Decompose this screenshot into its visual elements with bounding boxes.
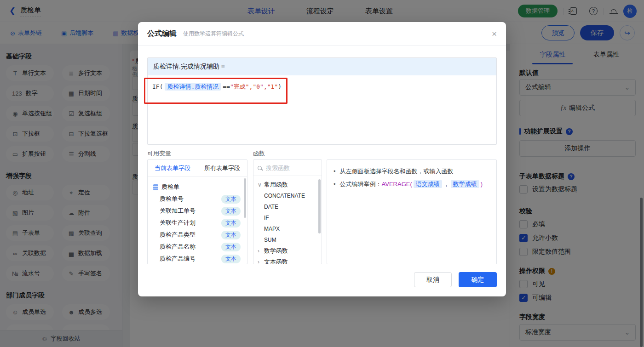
variables-root-label: 质检单 <box>161 183 179 191</box>
formula-operator: == <box>223 83 230 90</box>
modal-header: 公式编辑 使用数学运算符编辑公式 × <box>138 22 506 46</box>
functions-scrollbar[interactable] <box>318 179 321 233</box>
chevron-right-icon: › <box>258 248 262 254</box>
bullet-icon: • <box>334 167 336 176</box>
variable-type-badge: 文本 <box>221 207 241 216</box>
variables-root-node[interactable]: 质检单 <box>153 181 244 193</box>
function-group-common[interactable]: ∨ 常用函数 <box>258 179 322 190</box>
close-icon[interactable]: × <box>492 29 497 38</box>
example-prefix: 公式编辑举例： <box>340 181 382 188</box>
variables-field-list: 质检单号 文本 关联加工单号 文本 关联生产计划 文本 <box>153 193 244 264</box>
function-search[interactable] <box>253 160 322 176</box>
variable-type-badge: 文本 <box>221 243 241 251</box>
confirm-button[interactable]: 确定 <box>459 272 497 287</box>
formula-target-line: 质检详情.完成情况辅助 = <box>148 58 496 75</box>
formula-close-paren: ) <box>278 83 282 90</box>
search-icon <box>258 166 262 170</box>
functions-label: 函数 <box>253 149 265 158</box>
formula-help-panel: • 从左侧面板选择字段名和函数，或输入函数 • 公式编辑举例：AVERAGE(语… <box>327 159 497 264</box>
function-group-label: 常用函数 <box>264 181 288 189</box>
variable-field-name: 质检产品编号 <box>160 255 196 263</box>
variable-field-row[interactable]: 关联生产计划 文本 <box>153 217 244 229</box>
functions-tree: ∨ 常用函数 CONCATENATE DATE IF MAPX SUM <box>253 176 322 264</box>
variables-scrollbar[interactable] <box>244 178 246 218</box>
variable-type-badge: 文本 <box>221 231 241 239</box>
function-group[interactable]: › 数学函数 <box>258 245 322 256</box>
formula-edit-modal: 公式编辑 使用数学运算符编辑公式 × 质检详情.完成情况辅助 = IF(质检详情… <box>138 22 506 296</box>
variable-field-name: 质检产品类型 <box>160 231 196 239</box>
function-item[interactable]: MAPX <box>258 223 322 234</box>
variable-field-name: 关联加工单号 <box>160 207 196 215</box>
formula-strings: "完成","0","1" <box>230 83 278 90</box>
example-function: AVERAGE( <box>382 181 412 188</box>
variable-field-row[interactable]: 质检产品类型 文本 <box>153 229 244 241</box>
help-text-1: 从左侧面板选择字段名和函数，或输入函数 <box>340 167 454 176</box>
tab-current-form-fields[interactable]: 当前表单字段 <box>148 160 197 176</box>
function-search-input[interactable] <box>265 164 311 172</box>
variable-field-row[interactable]: 质检单号 文本 <box>153 193 244 205</box>
tab-all-form-fields[interactable]: 所有表单字段 <box>197 160 247 176</box>
variable-type-badge: 文本 <box>221 195 241 204</box>
help-line-2: • 公式编辑举例：AVERAGE(语文成绩，数学成绩) <box>334 180 490 188</box>
variable-field-row[interactable]: 质检产品名称 文本 <box>153 241 244 253</box>
variable-field-row[interactable]: 质检产品编号 文本 <box>153 253 244 264</box>
functions-panel: ∨ 常用函数 CONCATENATE DATE IF MAPX SUM <box>253 159 322 264</box>
formula-field-token[interactable]: 质检详情.质检情况 <box>165 83 221 91</box>
variable-field-name: 关联生产计划 <box>160 219 196 227</box>
chevron-right-icon: › <box>258 259 262 264</box>
variable-field-name: 质检单号 <box>160 195 184 203</box>
example-field-token: 数学成绩 <box>451 180 479 188</box>
variable-field-row[interactable]: 关联加工单号 文本 <box>153 205 244 217</box>
variable-type-badge: 文本 <box>221 255 241 263</box>
chevron-down-icon: ∨ <box>258 182 262 188</box>
modal-title: 公式编辑 <box>147 29 177 39</box>
form-doc-icon <box>153 184 158 190</box>
function-group-label: 数学函数 <box>264 247 288 255</box>
variables-label: 可用变量 <box>147 149 171 158</box>
bullet-icon: • <box>334 180 336 188</box>
variables-tabs: 当前表单字段 所有表单字段 <box>148 160 247 177</box>
formula-editor: 质检详情.完成情况辅助 = IF(质检详情.质检情况=="完成","0","1"… <box>147 57 497 145</box>
function-group[interactable]: › 文本函数 <box>258 256 322 264</box>
formula-input-area[interactable]: IF(质检详情.质检情况=="完成","0","1") <box>148 75 496 144</box>
modal-subtitle: 使用数学运算符编辑公式 <box>183 30 244 38</box>
help-text-2: 公式编辑举例：AVERAGE(语文成绩，数学成绩) <box>340 180 483 188</box>
help-line-1: • 从左侧面板选择字段名和函数，或输入函数 <box>334 167 490 176</box>
formula-function: IF( <box>152 83 163 90</box>
function-group-label: 文本函数 <box>264 258 288 264</box>
function-item[interactable]: SUM <box>258 234 322 245</box>
function-item-list: CONCATENATE DATE IF MAPX SUM <box>258 190 322 245</box>
function-group-list: › 数学函数 › 文本函数 <box>258 245 322 264</box>
example-close-paren: ) <box>481 181 483 188</box>
example-field-token: 语文成绩 <box>414 180 442 188</box>
app-window: ❮ 质检单 表单设计 流程设定 表单设置 数据管理 检 ⊘ 表单外链 <box>0 0 644 347</box>
function-item[interactable]: DATE <box>258 201 322 212</box>
variable-type-badge: 文本 <box>221 219 241 228</box>
function-item[interactable]: IF <box>258 212 322 223</box>
variables-tree: 质检单 质检单号 文本 关联加工单号 文本 <box>148 177 247 264</box>
variables-panel: 当前表单字段 所有表单字段 质检单 质检单号 文本 <box>147 159 247 264</box>
example-separator: ， <box>443 181 449 188</box>
function-item[interactable]: CONCATENATE <box>258 190 322 201</box>
variable-field-name: 质检产品名称 <box>160 243 196 251</box>
cancel-button[interactable]: 取消 <box>414 272 452 287</box>
